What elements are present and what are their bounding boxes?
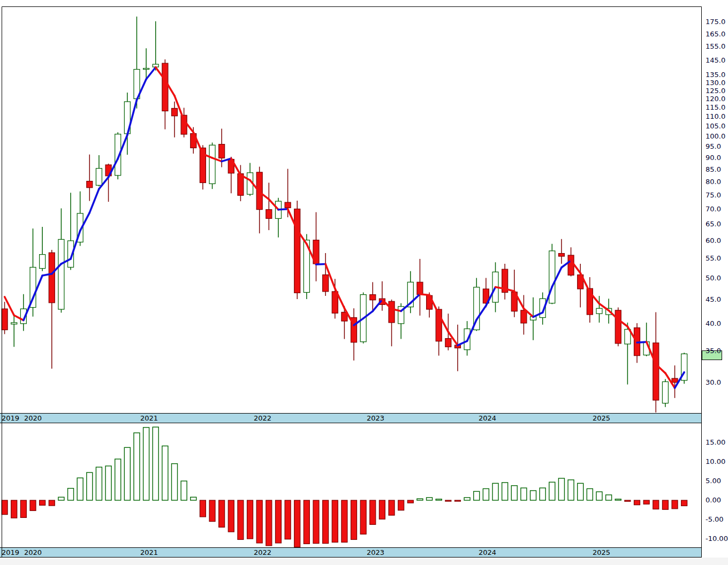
price-axis-label: 115.0 (706, 103, 725, 111)
price-axis-label: 75.0 (706, 191, 721, 199)
macd-axis-label: 10.00 (706, 457, 725, 465)
price-axis-label: 135.0 (706, 71, 725, 79)
price-axis-label: 105.0 (706, 122, 725, 130)
price-axis-label: 165.0 (706, 30, 725, 38)
macd-axis-label: -5.00 (706, 515, 724, 523)
price-axis-label: 45.0 (706, 295, 721, 303)
macd-axis-label: -10.00 (706, 535, 728, 543)
macd-axis-label: 15.00 (706, 438, 725, 446)
price-axis-label: 125.0 (706, 87, 725, 95)
price-axis-label: 90.0 (706, 154, 721, 162)
price-axis-label: 145.0 (706, 56, 725, 64)
price-axis-label: 50.0 (706, 274, 721, 282)
price-axis-label: 120.0 (706, 95, 725, 103)
price-axis-label: 85.0 (706, 165, 721, 173)
price-axis-label: 80.0 (706, 178, 721, 186)
price-axis-label: 175.0 (706, 18, 725, 26)
price-axis-label: 70.0 (706, 205, 721, 213)
footer-strip (0, 558, 728, 565)
price-axis-label: 130.0 (706, 79, 725, 87)
macd-axis-label: 5.00 (706, 477, 721, 485)
price-axis-label: 55.0 (706, 254, 721, 262)
macd-axis-label: 0.00 (706, 496, 721, 504)
price-axis-label: 40.0 (706, 319, 721, 327)
price-axis-label: 35.0 (706, 347, 721, 355)
stock-chart-page: 2019202020212022202320242025 20192020202… (0, 0, 728, 565)
price-axis-label: 60.0 (706, 236, 721, 245)
candlestick-macd-chart (0, 0, 728, 565)
price-axis-label: 100.0 (706, 132, 725, 140)
price-axis-label: 30.0 (706, 378, 721, 386)
price-axis-label: 155.0 (706, 42, 725, 50)
price-axis-label: 65.0 (706, 220, 721, 228)
price-axis-label: 110.0 (706, 112, 725, 120)
price-axis-label: 95.0 (706, 142, 721, 150)
